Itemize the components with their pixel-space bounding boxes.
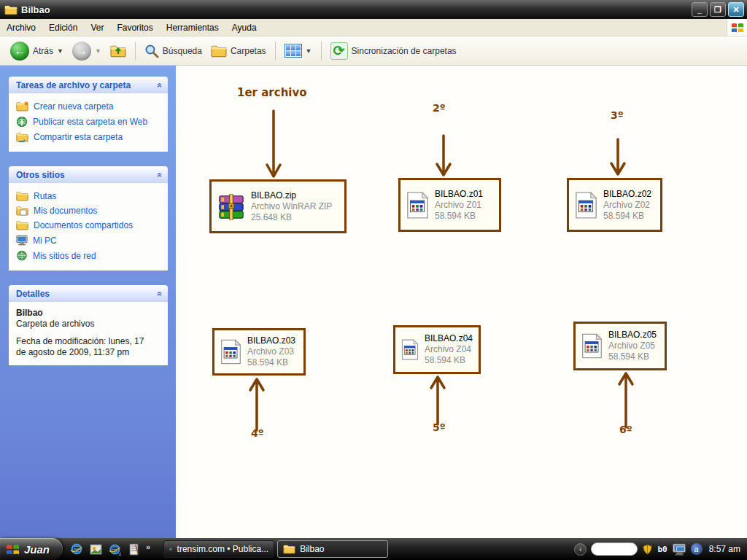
file-name[interactable]: BILBAO.zip bbox=[251, 190, 332, 201]
annotation-arrow-down bbox=[437, 136, 450, 175]
annotation-box: BILBAO.zip Archivo WinRAR ZIP 25.648 KB bbox=[209, 179, 347, 233]
menu-ver[interactable]: Ver bbox=[84, 20, 110, 35]
back-icon: ← bbox=[10, 42, 29, 61]
file-type: Archivo Z03 bbox=[247, 346, 295, 357]
menu-edicion[interactable]: Edición bbox=[42, 20, 84, 35]
sidebar-item-label: Publicar esta carpeta en Web bbox=[33, 117, 147, 127]
annotation-box: BILBAO.z04 Archivo Z04 58.594 KB bbox=[393, 325, 481, 374]
views-button[interactable]: ▼ bbox=[280, 41, 317, 61]
sidebar-item-documentos-compartidos[interactable]: Documentos compartidos bbox=[16, 218, 163, 233]
file-size: 58.594 KB bbox=[247, 357, 295, 368]
file-name[interactable]: BILBAO.z01 bbox=[435, 189, 483, 200]
shared-documents-icon bbox=[16, 220, 28, 230]
sync-button[interactable]: ⟳ Sincronización de carpetas bbox=[326, 39, 461, 63]
file-tasks-header[interactable]: Tareas de archivo y carpeta » bbox=[9, 77, 168, 93]
restore-button[interactable]: ❐ bbox=[710, 2, 726, 17]
sidebar-item-publicar-web[interactable]: Publicar esta carpeta en Web bbox=[16, 114, 163, 130]
folder-icon bbox=[16, 191, 28, 201]
sidebar-item-crear-carpeta[interactable]: Crear nueva carpeta bbox=[16, 99, 163, 114]
other-places-header[interactable]: Otros sitios » bbox=[9, 166, 168, 183]
file-name[interactable]: BILBAO.z04 bbox=[425, 333, 473, 344]
notebook-icon[interactable] bbox=[127, 542, 140, 556]
search-button[interactable]: Búsqueda bbox=[140, 41, 206, 61]
folder-icon bbox=[4, 4, 18, 15]
tray-meter[interactable]: b0 bbox=[657, 545, 667, 554]
file-item[interactable]: BILBAO.z05 Archivo Z05 58.594 KB bbox=[608, 330, 657, 362]
generic-file-icon bbox=[581, 333, 603, 359]
menu-herramientas[interactable]: Herramientas bbox=[160, 20, 225, 35]
annotation-label-2: 2º bbox=[433, 102, 446, 114]
sidebar-item-mis-documentos[interactable]: Mis documentos bbox=[16, 203, 163, 218]
details-header[interactable]: Detalles » bbox=[9, 285, 168, 302]
sidebar-item-rutas[interactable]: Rutas bbox=[16, 189, 163, 203]
annotation-label-5: 5º bbox=[433, 421, 446, 433]
file-item[interactable]: BILBAO.zip Archivo WinRAR ZIP 25.648 KB bbox=[251, 190, 332, 223]
start-button[interactable]: Juan bbox=[0, 538, 63, 560]
collapse-chevron-icon: » bbox=[155, 82, 165, 88]
menu-ayuda[interactable]: Ayuda bbox=[225, 20, 263, 35]
generic-file-icon bbox=[401, 337, 419, 362]
annotation-box: BILBAO.z01 Archivo Z01 58.594 KB bbox=[398, 178, 501, 232]
details-panel: Detalles » Bilbao Carpeta de archivos Fe… bbox=[9, 285, 168, 365]
file-size: 25.648 KB bbox=[251, 212, 332, 223]
my-documents-icon bbox=[16, 206, 28, 216]
forward-button[interactable]: → ▼ bbox=[68, 39, 106, 63]
my-computer-icon bbox=[16, 235, 28, 246]
file-type: Archivo WinRAR ZIP bbox=[251, 201, 332, 212]
hidden-icons-chevron[interactable]: ‹ bbox=[574, 543, 587, 556]
tray-clock: 8:57 am bbox=[709, 544, 740, 554]
ie-icon[interactable] bbox=[70, 542, 83, 556]
file-item[interactable]: BILBAO.z01 Archivo Z01 58.594 KB bbox=[435, 189, 483, 222]
file-item[interactable]: BILBAO.z03 Archivo Z03 58.594 KB bbox=[247, 335, 295, 368]
close-button[interactable]: ✕ bbox=[728, 2, 744, 17]
security-shield-icon[interactable] bbox=[642, 544, 653, 555]
details-folder-type: Carpeta de archivos bbox=[16, 319, 163, 330]
image-viewer-icon[interactable] bbox=[89, 542, 102, 556]
sidebar-item-mi-pc[interactable]: Mi PC bbox=[16, 233, 163, 248]
search-icon bbox=[144, 44, 159, 58]
winrar-archive-icon bbox=[217, 192, 245, 220]
back-button[interactable]: ← Atrás ▼ bbox=[6, 39, 68, 63]
collapse-chevron-icon: » bbox=[155, 172, 165, 177]
sidebar-item-mis-sitios-red[interactable]: Mis sitios de red bbox=[16, 248, 163, 263]
generic-file-icon bbox=[220, 339, 241, 365]
menu-favoritos[interactable]: Favoritos bbox=[110, 20, 159, 35]
file-size: 58.594 KB bbox=[603, 211, 651, 222]
back-dropdown-icon[interactable]: ▼ bbox=[57, 47, 63, 55]
file-item[interactable]: BILBAO.z04 Archivo Z04 58.594 KB bbox=[425, 333, 473, 366]
language-bar-pill[interactable] bbox=[591, 542, 638, 556]
ie-shortcut-icon[interactable] bbox=[108, 542, 121, 556]
sidebar-item-label: Compartir esta carpeta bbox=[34, 132, 123, 142]
app-a-icon[interactable]: a bbox=[691, 543, 703, 555]
views-grid-icon bbox=[285, 44, 302, 58]
annotation-arrow-down bbox=[267, 111, 280, 176]
other-places-panel: Otros sitios » Rutas Mis documentos Docu… bbox=[9, 166, 168, 271]
taskbar-item-label: Bilbao bbox=[300, 544, 324, 554]
generic-file-icon bbox=[406, 192, 429, 219]
views-dropdown-icon[interactable]: ▼ bbox=[306, 47, 312, 55]
file-item[interactable]: BILBAO.z02 Archivo Z02 58.594 KB bbox=[603, 189, 651, 222]
menu-archivo[interactable]: Archivo bbox=[0, 20, 42, 35]
taskbar-item-trensim[interactable]: trensim.com • Publica... bbox=[163, 540, 274, 558]
taskbar-item-label: trensim.com • Publica... bbox=[177, 544, 269, 554]
sidebar-item-compartir-carpeta[interactable]: Compartir esta carpeta bbox=[16, 130, 163, 144]
up-button[interactable] bbox=[106, 42, 131, 61]
file-name[interactable]: BILBAO.z05 bbox=[608, 330, 657, 341]
file-name[interactable]: BILBAO.z03 bbox=[247, 335, 295, 346]
network-icon[interactable] bbox=[672, 543, 686, 556]
folders-button[interactable]: Carpetas bbox=[206, 42, 271, 61]
menu-bar: Archivo Edición Ver Favoritos Herramient… bbox=[0, 19, 747, 36]
task-pane-sidebar: Tareas de archivo y carpeta » Crear nuev… bbox=[0, 66, 176, 538]
network-places-icon bbox=[16, 250, 28, 261]
taskbar-item-bilbao[interactable]: Bilbao bbox=[277, 540, 388, 558]
minimize-button[interactable]: _ bbox=[692, 2, 708, 17]
annotation-arrow-up bbox=[619, 373, 632, 427]
quick-launch-overflow-icon[interactable]: » bbox=[146, 542, 150, 551]
sidebar-item-label: Documentos compartidos bbox=[34, 220, 133, 230]
file-name[interactable]: BILBAO.z02 bbox=[603, 189, 651, 200]
system-tray: ‹ b0 a 8:57 am bbox=[574, 542, 747, 556]
annotation-arrow-down bbox=[611, 139, 624, 174]
annotation-label-6: 6º bbox=[619, 424, 632, 435]
sync-icon: ⟳ bbox=[330, 42, 348, 60]
annotation-box: BILBAO.z03 Archivo Z03 58.594 KB bbox=[212, 328, 306, 376]
